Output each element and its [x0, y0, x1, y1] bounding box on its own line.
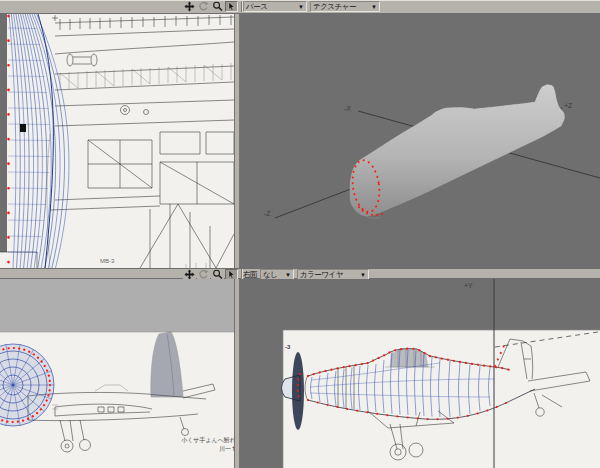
- vertex-dots: [9, 16, 27, 266]
- blueprint-sheet: [283, 330, 600, 468]
- pane-divider[interactable]: [234, 14, 240, 268]
- pane-divider[interactable]: [234, 279, 240, 468]
- view-name-label: 右面: [243, 270, 257, 280]
- front-blueprint-viewport[interactable]: MB-3: [0, 14, 234, 268]
- side-blueprint-large-viewport[interactable]: +Y -3: [240, 279, 600, 468]
- view-dropdown-value: パース: [244, 2, 296, 12]
- handwritten-annotation-line1: 小くサ手よんへ鮒れ: [181, 436, 234, 444]
- zoom-icon[interactable]: [211, 1, 224, 12]
- display-mode-dropdown[interactable]: テクスチャー ▼: [310, 1, 380, 12]
- view-nav-buttons: [183, 1, 245, 12]
- handwritten-annotation-line2: 川一↑: [219, 445, 234, 452]
- sheet-label: -3: [285, 344, 291, 350]
- wireframe-overlay: [8, 14, 69, 268]
- axis-label-neg-x: -X: [344, 105, 351, 112]
- perspective-viewport[interactable]: -X +Z -Z: [240, 14, 600, 268]
- sheet-label: MB-3: [100, 258, 115, 264]
- modeler-window: パース ▼ テクスチャー ▼: [0, 0, 600, 468]
- view-dropdown[interactable]: パース ▼: [243, 1, 307, 12]
- dropdown-arrow-icon: ▼: [283, 272, 293, 278]
- dropdown-arrow-icon: ▼: [369, 4, 379, 10]
- display-dropdown-value: テクスチャー: [311, 2, 369, 12]
- wire-dropdown-value: カラーワイヤ: [298, 270, 358, 280]
- viewport-toolbar-mid: 右面 なし ▼ カラーワイヤ ▼: [0, 268, 600, 279]
- pan-icon[interactable]: [183, 1, 196, 12]
- select-icon[interactable]: [225, 1, 238, 12]
- axis-label-pos-z: +Z: [564, 102, 573, 109]
- axis-label-neg-z: -Z: [264, 210, 271, 217]
- display-dropdown-value: なし: [261, 270, 283, 280]
- axis-label-pos-y: +Y: [464, 282, 473, 289]
- vertex-dots: [350, 85, 565, 216]
- dropdown-arrow-icon: ▼: [358, 272, 368, 278]
- dropdown-arrow-icon: ▼: [296, 4, 306, 10]
- side-blueprint-small-viewport[interactable]: 小くサ手よんへ鮒れ 川一↑: [0, 279, 234, 468]
- viewport-toolbar-top: パース ▼ テクスチャー ▼: [0, 0, 600, 14]
- rotate-icon[interactable]: [197, 1, 210, 12]
